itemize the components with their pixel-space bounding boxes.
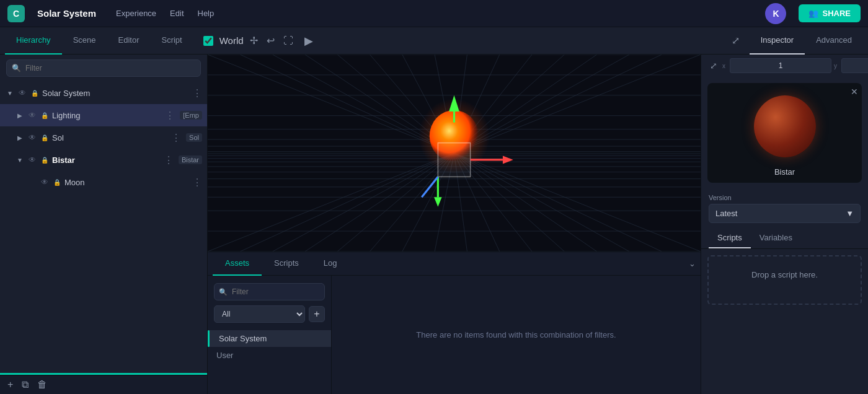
bottom-tab-log[interactable]: Log	[311, 252, 350, 276]
asset-group-solar-system[interactable]: Solar System	[208, 330, 331, 347]
dots-bistar[interactable]: ⋮	[164, 154, 174, 166]
main-layout: 🔍 ▼ 👁 🔒 Solar System ⋮ ▶ 👁 🔒 Lighting ⋮ …	[0, 55, 868, 394]
duplicate-object-button[interactable]: ⧉	[22, 379, 29, 390]
move-icon[interactable]: ✢	[250, 35, 258, 46]
eye-lighting[interactable]: 👁	[29, 111, 36, 120]
nav-help[interactable]: Help	[197, 6, 216, 20]
version-value: Latest	[715, 209, 737, 218]
asset-add-button[interactable]: +	[309, 306, 325, 322]
chevron-sol[interactable]: ▶	[15, 134, 25, 141]
drop-script-area[interactable]: Drop a script here.	[707, 255, 862, 305]
delete-object-button[interactable]: 🗑	[37, 379, 47, 390]
sv-tab-scripts[interactable]: Scripts	[709, 228, 751, 248]
play-button[interactable]: ▶	[304, 34, 313, 48]
chevron-lighting[interactable]: ▶	[15, 112, 25, 119]
lock-bistar[interactable]: 🔒	[41, 157, 48, 164]
xyz-x-group: x	[722, 58, 831, 73]
asset-type-row: All Scripts Images +	[214, 305, 325, 323]
share-button[interactable]: 👥 SHARE	[799, 4, 861, 22]
lock-lighting[interactable]: 🔒	[41, 112, 48, 119]
tab-hierarchy[interactable]: Hierarchy	[5, 27, 62, 55]
share-icon: 👥	[808, 9, 818, 18]
tab-bar: Hierarchy Scene Editor Script World ✢ ↩ …	[0, 27, 868, 55]
search-wrapper: 🔍	[6, 59, 201, 77]
bottom-tab-scripts[interactable]: Scripts	[262, 252, 311, 276]
hierarchy-list: ▼ 👁 🔒 Solar System ⋮ ▶ 👁 🔒 Lighting ⋮ [E…	[0, 82, 207, 373]
hier-item-sol[interactable]: ▶ 👁 🔒 Sol ⋮ Sol	[0, 126, 207, 149]
chevron-solar-system[interactable]: ▼	[5, 90, 15, 97]
expand-xyz-icon[interactable]: ⤢	[707, 58, 720, 73]
bistar-preview: ✕ Bistar	[707, 83, 862, 183]
lock-sol[interactable]: 🔒	[41, 134, 48, 141]
world-section: World ✢ ↩ ⛶ ▶ ⤢	[193, 34, 750, 48]
hierarchy-bottom-bar: + ⧉ 🗑	[0, 375, 207, 394]
version-select[interactable]: Latest ▼	[709, 204, 861, 223]
tab-script[interactable]: Script	[150, 27, 193, 55]
tag-sol: Sol	[186, 133, 202, 142]
xyz-x-input[interactable]	[730, 58, 831, 73]
scripts-vars-tabs: Scripts Variables	[701, 228, 868, 249]
asset-group-user[interactable]: User	[208, 347, 331, 364]
bistar-name-label: Bistar	[774, 167, 795, 177]
dots-solar-system[interactable]: ⋮	[192, 87, 202, 99]
empty-message: There are no items found with this combi…	[416, 330, 616, 339]
dots-moon[interactable]: ⋮	[192, 177, 202, 188]
active-group-bar	[208, 330, 210, 347]
bistar-sphere	[754, 95, 816, 157]
assets-content: 🔍 All Scripts Images +	[208, 276, 701, 394]
label-lighting: Lighting	[52, 111, 162, 120]
hier-item-moon[interactable]: 👁 🔒 Moon ⋮	[0, 171, 207, 193]
label-bistar: Bistar	[52, 155, 161, 165]
nav-experience[interactable]: Experience	[115, 6, 157, 20]
asset-filter-input[interactable]	[214, 283, 325, 300]
bottom-tab-assets[interactable]: Assets	[213, 252, 262, 276]
chevron-bistar[interactable]: ▼	[15, 157, 25, 164]
preview-close-button[interactable]: ✕	[851, 87, 858, 97]
eye-bistar[interactable]: 👁	[29, 155, 36, 164]
solar-system-group-wrap: Solar System	[208, 330, 331, 347]
add-object-button[interactable]: +	[7, 379, 13, 390]
undo-icon[interactable]: ↩	[267, 35, 275, 46]
inspector-tab-inspector[interactable]: Inspector	[750, 27, 805, 55]
asset-type-select[interactable]: All Scripts Images	[214, 305, 305, 323]
version-label: Version	[709, 194, 861, 201]
hierarchy-search-area: 🔍	[0, 55, 207, 82]
y-label: y	[834, 63, 840, 69]
user-avatar[interactable]: K	[765, 3, 786, 24]
hierarchy-filter-input[interactable]	[6, 59, 201, 77]
hierarchy-panel: 🔍 ▼ 👁 🔒 Solar System ⋮ ▶ 👁 🔒 Lighting ⋮ …	[0, 55, 208, 394]
app-title: Solar System	[37, 8, 96, 19]
label-sol: Sol	[52, 133, 169, 142]
tab-editor[interactable]: Editor	[107, 27, 151, 55]
label-moon: Moon	[64, 178, 190, 187]
viewport[interactable]	[208, 55, 701, 252]
world-checkbox[interactable]	[203, 36, 213, 46]
hier-item-solar-system[interactable]: ▼ 👁 🔒 Solar System ⋮	[0, 82, 207, 104]
eye-sol[interactable]: 👁	[29, 133, 36, 142]
fullscreen-icon[interactable]: ⛶	[283, 35, 293, 46]
top-nav: C Solar System Experience Edit Help K 👥 …	[0, 0, 868, 27]
inspector-tab-advanced[interactable]: Advanced	[805, 27, 863, 55]
xyz-y-input[interactable]	[841, 58, 868, 73]
hier-item-bistar[interactable]: ▼ 👁 🔒 Bistar ⋮ Bistar	[0, 149, 207, 171]
dots-lighting[interactable]: ⋮	[165, 110, 175, 121]
bottom-expand-icon[interactable]: ⌄	[689, 259, 696, 268]
bottom-tab-bar: Assets Scripts Log ⌄	[208, 252, 701, 276]
eye-solar-system[interactable]: 👁	[19, 89, 26, 97]
asset-filter-wrap: 🔍	[214, 283, 325, 300]
eye-moon[interactable]: 👁	[41, 178, 48, 186]
inspector-xyz: ⤢ x y z	[701, 55, 868, 77]
lock-moon[interactable]: 🔒	[53, 179, 61, 186]
nav-edit[interactable]: Edit	[169, 6, 185, 20]
assets-sidebar: 🔍 All Scripts Images +	[208, 276, 332, 394]
lock-solar-system[interactable]: 🔒	[31, 90, 38, 97]
version-dropdown-icon: ▼	[846, 209, 854, 218]
hier-item-lighting[interactable]: ▶ 👁 🔒 Lighting ⋮ [Emp	[0, 104, 207, 126]
x-label: x	[722, 63, 728, 69]
sv-tab-variables[interactable]: Variables	[751, 228, 801, 248]
tab-scene[interactable]: Scene	[62, 27, 107, 55]
dots-sol[interactable]: ⋮	[171, 132, 181, 144]
inspector-panel: ⤢ x y z ✕ Bistar Version Latest	[701, 55, 868, 394]
expand-viewport-button[interactable]: ⤢	[732, 35, 740, 46]
assets-main: There are no items found with this combi…	[332, 276, 701, 394]
